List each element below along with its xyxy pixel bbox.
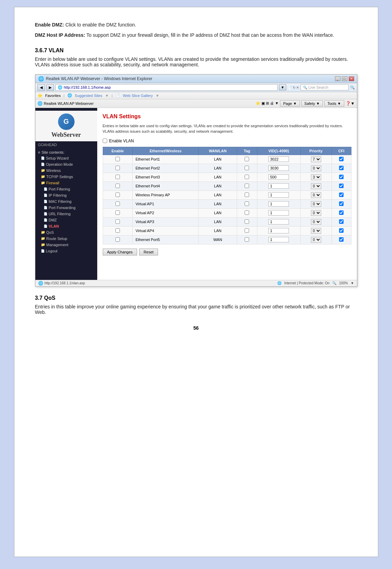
row-enable-checkbox[interactable] [115,157,120,161]
row-cfi-checkbox[interactable] [339,193,344,197]
row-enable-checkbox[interactable] [115,228,120,233]
sidebar-item-operation-mode[interactable]: 📄 Operation Mode [35,161,97,167]
row-enable-checkbox[interactable] [115,184,120,188]
sidebar-item-wireless[interactable]: 📁 Wireless [35,167,97,174]
status-zone: Internet | Protected Mode: On [284,281,329,285]
row-tag-checkbox[interactable] [245,184,249,188]
minimize-button[interactable]: _ [335,76,340,81]
row-vid-input[interactable] [268,183,289,189]
row-cfi-checkbox[interactable] [339,237,344,242]
row-tag-checkbox[interactable] [245,219,249,224]
row-vid-input[interactable] [268,210,289,216]
sidebar-item-port-filtering[interactable]: 📄 Port Filtering [35,186,97,192]
row-vid-input[interactable] [268,219,289,225]
row-vid-input[interactable] [268,174,289,180]
status-zoom-dropdown[interactable]: ▼ [351,281,354,285]
row-priority-select[interactable]: 01234567 [311,237,321,243]
row-tag-checkbox[interactable] [245,237,249,242]
address-bar[interactable]: 🌐 http://192.168.1.1/home.asp [55,84,278,91]
row-vid-input[interactable] [268,165,289,171]
row-priority-select[interactable]: 01234567 [311,192,321,198]
row-cfi-checkbox[interactable] [339,228,344,233]
row-cfi-checkbox[interactable] [339,219,344,224]
row-enable-checkbox[interactable] [115,175,120,179]
suggested-sites[interactable]: 🌐 [67,93,72,98]
row-cfi-checkbox[interactable] [339,184,344,188]
row-tag-checkbox[interactable] [245,210,249,215]
row-cfi-checkbox[interactable] [339,157,344,161]
row-priority-select[interactable]: 01234567 [311,165,321,171]
sidebar-item-qos[interactable]: 📁 QoS [35,229,97,236]
row-tag-checkbox[interactable] [245,166,249,170]
sidebar-item-firewall[interactable]: 📁 Firewall [35,180,97,186]
apply-changes-button[interactable]: Apply Changes [103,249,137,255]
enable-vlan-checkbox[interactable] [103,139,107,143]
row-priority-select[interactable]: 01234567 [311,219,321,225]
vlan-settings-title: VLAN Settings [103,113,351,120]
row-enable-checkbox[interactable] [115,237,120,242]
reset-button[interactable]: Reset [139,249,158,255]
row-vid-input[interactable] [268,201,289,207]
row-name: Ethernet Port1 [133,155,199,164]
table-row: Virtual AP4 LAN 01234567 [103,226,351,235]
row-priority-select[interactable]: 01234567 [311,228,321,234]
row-name: Virtual AP2 [133,208,199,217]
sidebar-item-tcpip[interactable]: 📁 TCP/IP Settings [35,174,97,180]
web-slice-link[interactable]: 📄 [115,93,120,98]
sidebar-item-route-setup[interactable]: 📁 Route Setup [35,236,97,242]
row-enable-checkbox[interactable] [115,201,120,206]
web-slice-label[interactable]: Web Slice Gallery [123,94,153,98]
row-cfi-checkbox[interactable] [339,210,344,215]
row-priority-select[interactable]: 01234567 [311,174,321,180]
row-wan-lan: LAN [199,208,237,217]
row-tag-checkbox[interactable] [245,228,249,233]
safety-button[interactable]: Safety ▼ [301,100,323,107]
sidebar-item-mac-filtering[interactable]: 📄 MAC Filtering [35,198,97,205]
row-enable-checkbox[interactable] [115,219,120,224]
sidebar-item-dmz[interactable]: 📄 DMZ [35,217,97,223]
row-name: Ethernet Port2 [133,164,199,173]
maximize-button[interactable]: □ [342,76,347,81]
firewall-label: Firewall [46,181,59,185]
row-tag-checkbox[interactable] [245,193,249,197]
sidebar-item-url-filtering[interactable]: 📄 URL Filtering [35,211,97,217]
back-button[interactable]: ◀ [37,84,45,91]
row-vid-input[interactable] [268,228,289,233]
row-tag-checkbox[interactable] [245,201,249,206]
row-vid-input[interactable] [268,156,289,162]
search-submit-icon[interactable]: 🔍 [350,85,355,90]
row-priority-select[interactable]: 01234567 [311,183,321,189]
row-tag-checkbox[interactable] [245,157,249,161]
sidebar-item-vlan[interactable]: 📄 VLAN [35,223,97,229]
forward-button[interactable]: ▶ [46,84,54,91]
suggested-sites-link[interactable]: Suggested Sites [75,94,102,98]
row-priority-select[interactable]: 01234567 [311,201,321,207]
row-cfi-checkbox[interactable] [339,166,344,170]
row-vid-input[interactable] [268,237,289,242]
tools-button[interactable]: Tools ▼ [324,100,344,107]
row-priority-select[interactable]: 01234567 [311,156,321,162]
close-button[interactable]: ✕ [349,76,354,81]
page-button[interactable]: Page ▼ [280,100,300,107]
row-cfi-checkbox[interactable] [339,201,344,206]
row-enable-checkbox[interactable] [115,210,120,215]
row-vid-input[interactable] [268,192,289,198]
row-enable-checkbox[interactable] [115,166,120,170]
sidebar-item-ip-filtering[interactable]: 📄 IP Filtering [35,192,97,198]
row-cfi-checkbox[interactable] [339,175,344,179]
sidebar-item-management[interactable]: 📁 Management [35,242,97,248]
page-icon: 📄 [44,200,47,203]
row-tag-checkbox[interactable] [245,175,249,179]
sidebar-item-port-forwarding[interactable]: 📄 Port Forwarding [35,205,97,211]
search-box[interactable]: 🔍 Live Search [301,84,349,90]
sidebar-item-logout[interactable]: 📄 Logout [35,248,97,254]
help-icon[interactable]: ❓▼ [346,101,355,106]
row-priority-select[interactable]: 01234567 [311,210,321,216]
go-button[interactable]: ▼ [279,84,286,90]
brand-label: GOAHEAD [35,141,97,148]
sidebar-item-setup-wizard[interactable]: 📄 Setup Wizard [35,155,97,161]
wireless-label: Wireless [46,168,61,173]
browser-window: 🌐 Realtek WLAN AP Webserver - Windows In… [35,74,357,287]
col-enable: Enable [103,147,133,155]
row-enable-checkbox[interactable] [115,193,120,197]
